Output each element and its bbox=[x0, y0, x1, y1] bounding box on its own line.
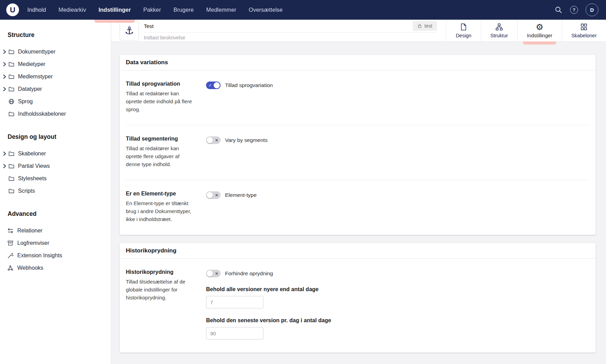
sidebar-item-scripts[interactable]: Scripts bbox=[0, 185, 111, 197]
toggle-knob bbox=[207, 137, 213, 143]
chevron-right-icon[interactable] bbox=[3, 62, 8, 67]
sidebar-item-label: Partial Views bbox=[18, 163, 50, 169]
folder-icon bbox=[8, 151, 15, 157]
tab-struktur[interactable]: Struktur bbox=[481, 20, 518, 41]
umbraco-logo[interactable]: U bbox=[6, 3, 19, 16]
wand-icon bbox=[7, 252, 14, 259]
property-description: Tillad at redaktører kan oprette dette i… bbox=[126, 89, 195, 113]
description-input[interactable] bbox=[144, 32, 437, 40]
toggle-knob bbox=[207, 192, 213, 198]
property-description: En Element-type er tiltænkt brug i andre… bbox=[126, 199, 195, 223]
folder-icon bbox=[8, 49, 15, 55]
nav-item-pakker[interactable]: Pakker bbox=[143, 0, 161, 20]
folder-icon bbox=[8, 74, 15, 80]
keep-latest-version-days-input[interactable] bbox=[206, 327, 263, 339]
cross-icon: ✕ bbox=[215, 138, 218, 142]
sidebar-item-extension-insights[interactable]: Extension Insights bbox=[0, 249, 111, 262]
sidebar-item-medlemstyper[interactable]: Medlemstyper bbox=[0, 70, 111, 83]
anchor-icon: ⚓ bbox=[125, 26, 134, 36]
user-avatar[interactable]: D bbox=[586, 3, 598, 16]
tab-skabeloner[interactable]: Skabeloner bbox=[562, 20, 606, 41]
sidebar-item-logfremviser[interactable]: Logfremviser bbox=[0, 237, 111, 249]
card-title: Historikoprydning bbox=[126, 247, 176, 254]
property-label: Tillad segmentering bbox=[126, 136, 206, 142]
search-icon[interactable] bbox=[554, 6, 562, 14]
toggle-label: Vary by segments bbox=[225, 137, 268, 143]
toggle-segmentering[interactable]: ✕ bbox=[206, 136, 221, 144]
nav-item-indstillinger[interactable]: Indstillinger bbox=[99, 0, 131, 20]
document-icon bbox=[459, 23, 468, 31]
webhook-icon bbox=[7, 265, 14, 271]
folder-icon bbox=[8, 175, 15, 182]
folder-icon bbox=[8, 86, 15, 92]
sidebar-item-label: Stylesheets bbox=[18, 175, 47, 182]
sidebar-item-label: Indholdsskabeloner bbox=[18, 111, 66, 117]
sidebar-item-label: Skabeloner bbox=[18, 151, 46, 157]
sidebar-item-dokumenttyper[interactable]: Dokumenttyper bbox=[0, 46, 111, 58]
section-title-advanced: Advanced bbox=[8, 210, 111, 218]
chevron-right-icon[interactable] bbox=[3, 49, 8, 54]
folder-icon bbox=[8, 61, 15, 67]
chevron-right-icon[interactable] bbox=[3, 151, 8, 156]
property-description: Tillad tilsidesættelse af de globale ind… bbox=[126, 278, 195, 301]
property-row-historikoprydning: Historikoprydning Tillad tilsidesættelse… bbox=[126, 259, 589, 353]
property-row-element-type: Er en Element-type En Element-type er ti… bbox=[126, 180, 589, 235]
nav-item-indhold[interactable]: Indhold bbox=[27, 0, 46, 20]
sidebar-item-label: Logfremviser bbox=[17, 240, 49, 246]
sidebar-item-label: Webhooks bbox=[17, 265, 43, 271]
cross-icon: ✕ bbox=[215, 193, 218, 197]
sidebar-item-label: Extension Insights bbox=[17, 252, 62, 259]
toggle-label: Forhindre oprydning bbox=[225, 270, 273, 277]
archive-box-icon bbox=[7, 240, 14, 246]
nav-item-brugere[interactable]: Brugere bbox=[174, 0, 194, 20]
tab-indstillinger[interactable]: ⚙ Indstillinger bbox=[517, 20, 561, 41]
nav-item-mediearkiv[interactable]: Mediearkiv bbox=[58, 0, 86, 20]
nav-item-oversaettelse[interactable]: Oversættelse bbox=[249, 0, 283, 20]
check-icon: ✓ bbox=[208, 83, 212, 87]
property-label: Er en Element-type bbox=[126, 191, 206, 197]
property-row-tillad-sprogvariation: Tillad sprogvariation Tillad at redaktør… bbox=[126, 70, 589, 125]
tab-label: Skabeloner bbox=[571, 33, 597, 38]
chevron-right-icon[interactable] bbox=[3, 87, 8, 92]
toggle-knob bbox=[207, 270, 213, 277]
sitemap-icon bbox=[495, 23, 503, 31]
field-label-keep-versions-days: Behold alle versioner nyere end antal da… bbox=[206, 286, 589, 293]
toggle-knob bbox=[214, 82, 220, 88]
keep-versions-days-input[interactable] bbox=[206, 296, 263, 308]
settings-tree-sidebar: Structure Dokumenttyper Medietyper bbox=[0, 20, 111, 364]
gear-icon: ⚙ bbox=[536, 23, 543, 31]
sidebar-item-skabeloner[interactable]: Skabeloner bbox=[0, 147, 111, 160]
sidebar-item-webhooks[interactable]: Webhooks bbox=[0, 262, 111, 274]
lock-icon bbox=[418, 23, 422, 28]
toggle-label: Element-type bbox=[225, 192, 257, 198]
swap-arrows-icon bbox=[7, 228, 14, 234]
settings-scroll-area[interactable]: Data variations Tillad sprogvariation Ti… bbox=[111, 42, 606, 364]
help-icon[interactable]: ? bbox=[570, 6, 578, 14]
sidebar-item-stylesheets[interactable]: Stylesheets bbox=[0, 172, 111, 185]
tab-design[interactable]: Design bbox=[446, 20, 481, 41]
property-label: Historikoprydning bbox=[126, 269, 206, 275]
property-row-tillad-segmentering: Tillad segmentering Tillad at redaktører… bbox=[126, 125, 589, 180]
sidebar-item-sprog[interactable]: Sprog bbox=[0, 95, 111, 108]
toggle-sprogvariation[interactable]: ✓ bbox=[206, 82, 221, 89]
sidebar-item-label: Relationer bbox=[17, 228, 43, 234]
alias-badge[interactable]: test bbox=[413, 21, 437, 31]
toggle-element-type[interactable]: ✕ bbox=[206, 191, 221, 199]
property-label: Tillad sprogvariation bbox=[126, 81, 206, 87]
nav-item-medlemmer[interactable]: Medlemmer bbox=[206, 0, 236, 20]
sidebar-item-partial-views[interactable]: Partial Views bbox=[0, 160, 111, 172]
document-type-icon-picker-button[interactable]: ⚓ bbox=[120, 21, 139, 40]
alias-text: test bbox=[425, 23, 432, 29]
chevron-right-icon[interactable] bbox=[3, 164, 8, 169]
field-label-keep-latest-version-days: Behold den seneste version pr. dag i ant… bbox=[206, 317, 589, 324]
toggle-label: Tillad sprogvariation bbox=[225, 82, 273, 88]
section-title-structure: Structure bbox=[8, 31, 111, 39]
sidebar-item-medietyper[interactable]: Medietyper bbox=[0, 58, 111, 70]
sidebar-item-datatyper[interactable]: Datatyper bbox=[0, 83, 111, 95]
name-input[interactable] bbox=[144, 22, 413, 30]
toggle-forhindre-oprydning[interactable]: ✕ bbox=[206, 270, 221, 277]
sidebar-item-relationer[interactable]: Relationer bbox=[0, 224, 111, 237]
chevron-right-icon[interactable] bbox=[3, 74, 8, 79]
tab-label: Struktur bbox=[491, 33, 508, 38]
sidebar-item-indholdsskabeloner[interactable]: Indholdsskabeloner bbox=[0, 108, 111, 120]
